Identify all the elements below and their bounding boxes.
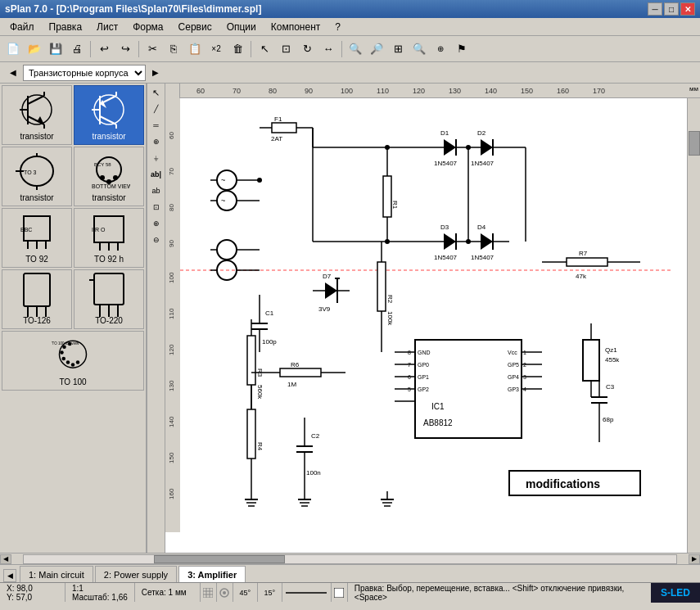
select-button[interactable]: ↖ (255, 39, 274, 59)
comp-item-transistor-to100[interactable]: 'TO 100 top view TO 100 (2, 331, 144, 391)
minimize-button[interactable]: ─ (648, 2, 662, 16)
comp-back-button[interactable]: ◀ (3, 63, 23, 83)
menu-help[interactable]: ? (328, 20, 347, 34)
ruler-mark-140: 140 (485, 87, 497, 95)
tab-main-circuit[interactable]: 1: Main circuit (20, 566, 93, 582)
svg-text:GP1: GP1 (418, 374, 429, 380)
svg-text:D4: D4 (477, 224, 486, 231)
line-style-indicator (282, 583, 332, 602)
redo-button[interactable]: ↪ (115, 39, 135, 59)
svg-text:I R O: I R O (92, 227, 106, 233)
sep1 (90, 41, 91, 57)
svg-text:F1: F1 (274, 115, 282, 123)
draw-junction[interactable]: ⊕ (149, 134, 164, 149)
svg-text:1M: 1M (287, 381, 296, 388)
draw-wire[interactable]: ╱ (149, 102, 164, 116)
menu-sheet[interactable]: Лист (90, 20, 124, 34)
comp-item-transistor-3[interactable]: TO 3 transistor (2, 147, 72, 206)
comp-item-transistor-to126[interactable]: TO-126 (2, 269, 72, 329)
close-button[interactable]: ✕ (680, 2, 695, 16)
svg-text:C1: C1 (265, 310, 274, 317)
draw-zoom-out[interactable]: ⊖ (149, 233, 164, 247)
ruler-mark-100: 100 (341, 87, 353, 95)
flag-button[interactable]: ⚑ (452, 39, 472, 59)
snap-icon[interactable] (217, 583, 233, 602)
draw-image[interactable]: ⊡ (149, 200, 164, 215)
comp-item-transistor-4[interactable]: BCY 58 BOTTOM VIEW TO-18 transistor (74, 147, 144, 206)
comp-forward-button[interactable]: ▶ (146, 63, 165, 83)
comp-item-transistor-1[interactable]: transistor (2, 85, 72, 145)
comp-item-transistor-to220[interactable]: TO-220 (74, 269, 144, 329)
svg-text:~: ~ (221, 176, 225, 184)
paste-button[interactable]: 📋 (185, 39, 205, 59)
svg-text:Qz1: Qz1 (605, 346, 617, 354)
titlebar-title: sPlan 7.0 - [D:\Program Files\Splan70\Fi… (5, 3, 261, 15)
scroll-thumb-horizontal[interactable] (154, 555, 284, 563)
comp-label-transistor-2: transistor (92, 132, 125, 141)
tab-power-supply[interactable]: 2: Power supply (95, 566, 177, 582)
zoom-in-button[interactable]: 🔍 (345, 39, 365, 59)
menu-form[interactable]: Форма (126, 20, 169, 34)
menu-component[interactable]: Компонент (264, 20, 327, 34)
svg-text:1N5407: 1N5407 (471, 254, 495, 261)
horizontal-scrollbar[interactable]: ◀ ▶ (0, 553, 700, 564)
svg-text:68p: 68p (603, 416, 614, 423)
comp-icon-transistor-4: BCY 58 BOTTOM VIEW TO-18 (84, 151, 133, 192)
menu-service[interactable]: Сервис (172, 20, 219, 34)
comp-item-transistor-to92[interactable]: EBC TO 92 (2, 208, 72, 268)
svg-text:D1: D1 (440, 129, 449, 137)
fill-indicator (332, 583, 348, 602)
open-button[interactable]: 📂 (25, 39, 44, 59)
copy-button[interactable]: ⎘ (164, 39, 183, 59)
scroll-thumb-vertical[interactable] (689, 131, 700, 156)
ruler-mark-170: 170 (593, 87, 605, 95)
comp-item-transistor-2[interactable]: transistor (74, 85, 144, 145)
component-dropdown[interactable]: Транзисторные корпусa (23, 65, 146, 81)
undo-button[interactable]: ↩ (94, 39, 114, 59)
draw-select[interactable]: ↖ (149, 85, 164, 100)
menu-options[interactable]: Опции (220, 20, 263, 34)
cut-button[interactable]: ✂ (142, 39, 162, 59)
svg-text:100: 100 (168, 272, 175, 283)
svg-text:90: 90 (168, 240, 175, 247)
maximize-button[interactable]: □ (664, 2, 679, 16)
scroll-left-button[interactable]: ◀ (0, 554, 11, 564)
menu-edit[interactable]: Правка (43, 20, 89, 34)
svg-rect-128 (247, 336, 255, 385)
select2-button[interactable]: ⊡ (276, 39, 296, 59)
svg-text:~: ~ (221, 197, 225, 205)
rotate-button[interactable]: ↻ (297, 39, 317, 59)
print-button[interactable]: 🖨 (67, 39, 87, 59)
svg-text:455k: 455k (605, 356, 620, 364)
new-button[interactable]: 📄 (3, 39, 23, 59)
status-hint: Правка: Выбор, перемещение, вставка... <… (348, 584, 651, 602)
grid-icon (201, 583, 217, 602)
svg-text:GP4: GP4 (508, 374, 519, 380)
x2-button[interactable]: ×2 (206, 39, 226, 59)
tab-scroll-left[interactable]: ◀ (3, 569, 16, 582)
draw-bus[interactable]: ═ (149, 118, 164, 133)
delete-button[interactable]: 🗑 (228, 39, 247, 59)
draw-power[interactable]: ⏚ (149, 151, 164, 165)
menu-file[interactable]: Файл (3, 20, 41, 34)
angle2-icon: 15° (258, 583, 282, 602)
schematic-canvas[interactable]: 60 70 80 90 100 110 120 130 140 150 160 … (165, 98, 700, 553)
scroll-right-button[interactable]: ▶ (689, 554, 700, 564)
draw-text[interactable]: ab| (149, 167, 164, 182)
component-row: ◀ Транзисторные корпусa ▶ (0, 62, 700, 84)
search-button[interactable]: 🔍 (409, 39, 429, 59)
zoom-fit-button[interactable]: ⊞ (388, 39, 408, 59)
comp-label-to126: TO-126 (23, 316, 51, 325)
save-button[interactable]: 💾 (46, 39, 65, 59)
comp-item-transistor-to92h[interactable]: I R O TO 92 h (74, 208, 144, 268)
ruler-mark-70: 70 (233, 87, 241, 95)
tab-amplifier[interactable]: 3: Amplifier (178, 566, 246, 582)
flip-button[interactable]: ↔ (318, 39, 338, 59)
zoom-out-button[interactable]: 🔎 (367, 39, 386, 59)
svg-text:3V9: 3V9 (318, 305, 331, 313)
draw-zoom-in[interactable]: ⊕ (149, 216, 164, 231)
scroll-track[interactable] (23, 554, 677, 564)
vertical-scrollbar[interactable] (687, 98, 700, 553)
draw-label[interactable]: ab (149, 183, 164, 198)
zoom-tool-button[interactable]: ⊕ (431, 39, 450, 59)
